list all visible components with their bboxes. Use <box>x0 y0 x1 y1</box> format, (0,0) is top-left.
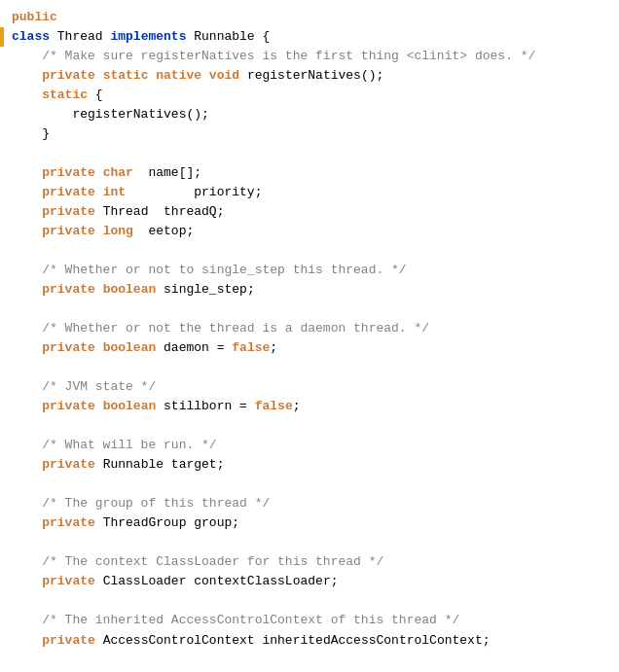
code-line: /* Whether or not the thread is a daemon… <box>0 319 619 338</box>
line-content: /* Make sure registerNatives is the firs… <box>12 47 535 66</box>
code-line: /* The group of this thread */ <box>0 494 619 513</box>
code-line: /* Make sure registerNatives is the firs… <box>0 47 619 66</box>
code-line: } <box>0 124 619 144</box>
code-line: class Thread implements Runnable { <box>0 27 619 47</box>
line-content: private Runnable target; <box>12 455 224 475</box>
code-line: private ThreadGroup group; <box>0 513 619 533</box>
code-line <box>0 416 619 436</box>
code-line: private boolean daemon = false; <box>0 338 619 358</box>
line-content <box>12 475 19 494</box>
line-content: /* JVM state */ <box>12 377 156 397</box>
line-content: private ThreadGroup group; <box>12 513 239 533</box>
code-line: /* Whether or not to single_step this th… <box>0 261 619 280</box>
line-content <box>12 591 19 611</box>
line-content: private Thread threadQ; <box>12 202 224 222</box>
line-content: private boolean daemon = false; <box>12 338 277 358</box>
line-content: /* The group of this thread */ <box>12 494 270 513</box>
code-line <box>0 533 619 552</box>
code-line: private Runnable target; <box>0 455 619 475</box>
line-content: private boolean stillborn = false; <box>12 397 301 416</box>
code-line: /* JVM state */ <box>0 377 619 397</box>
line-content: public <box>12 8 57 27</box>
line-content: private ClassLoader contextClassLoader; <box>12 572 338 591</box>
code-line <box>0 144 619 163</box>
line-content: /* The context ClassLoader for this thre… <box>12 552 383 572</box>
line-content: private AccessControlContext inheritedAc… <box>12 631 491 651</box>
code-line: private boolean single_step; <box>0 280 619 300</box>
line-content: } <box>12 124 50 144</box>
code-line: public <box>0 8 619 27</box>
code-line: /* What will be run. */ <box>0 436 619 455</box>
code-line: private boolean stillborn = false; <box>0 397 619 416</box>
code-line: private Thread threadQ; <box>0 202 619 222</box>
line-content: /* What will be run. */ <box>12 436 217 455</box>
code-line: private long eetop; <box>0 222 619 241</box>
line-content <box>12 241 19 261</box>
line-content: private long eetop; <box>12 222 194 241</box>
line-content: class Thread implements Runnable { <box>12 27 270 47</box>
code-line <box>0 591 619 611</box>
code-line: registerNatives(); <box>0 105 619 124</box>
line-content: private boolean single_step; <box>12 280 255 300</box>
code-line: private char name[]; <box>0 163 619 183</box>
line-content <box>12 144 19 163</box>
line-content: private int priority; <box>12 183 262 202</box>
code-line: /* The inherited AccessControlContext of… <box>0 611 619 630</box>
line-content: /* Whether or not the thread is a daemon… <box>12 319 429 338</box>
line-content <box>12 533 19 552</box>
code-line <box>0 300 619 319</box>
code-line: private AccessControlContext inheritedAc… <box>0 631 619 651</box>
code-editor: publicclass Thread implements Runnable {… <box>0 0 619 672</box>
code-line: static { <box>0 86 619 105</box>
code-line: private static native void registerNativ… <box>0 66 619 86</box>
code-line: /* The context ClassLoader for this thre… <box>0 552 619 572</box>
line-content: static { <box>12 86 103 105</box>
line-content <box>12 358 19 377</box>
line-content: private static native void registerNativ… <box>12 66 383 86</box>
line-content: /* Whether or not to single_step this th… <box>12 261 407 280</box>
code-line: private ClassLoader contextClassLoader; <box>0 572 619 591</box>
code-line <box>0 358 619 377</box>
line-content <box>12 416 19 436</box>
code-line <box>0 241 619 261</box>
line-content: private char name[]; <box>12 163 201 183</box>
line-content: /* The inherited AccessControlContext of… <box>12 611 459 630</box>
code-line: private int priority; <box>0 183 619 202</box>
line-content <box>12 300 19 319</box>
line-content: registerNatives(); <box>12 105 209 124</box>
code-line <box>0 475 619 494</box>
